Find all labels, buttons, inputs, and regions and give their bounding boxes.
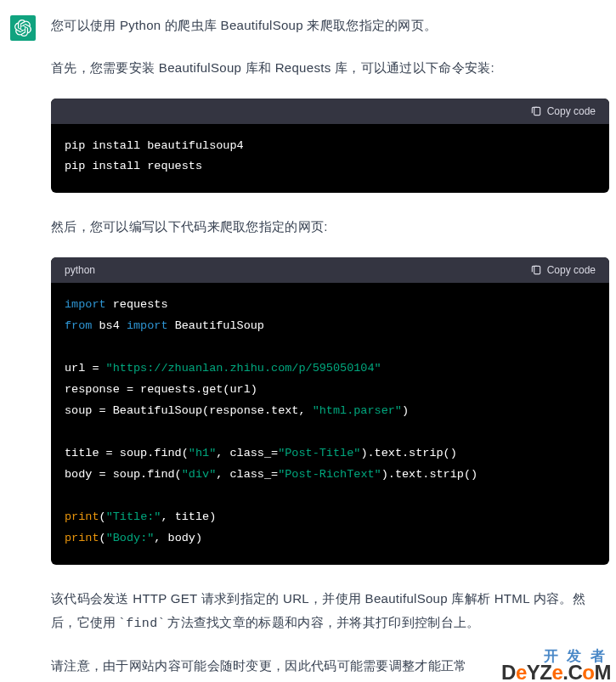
clipboard-icon xyxy=(530,105,542,117)
assistant-avatar xyxy=(10,15,36,41)
code-body[interactable]: pip install beautifulsoup4 pip install r… xyxy=(51,124,609,194)
code-body[interactable]: import requests from bs4 import Beautifu… xyxy=(51,283,609,565)
explanation-paragraph: 该代码会发送 HTTP GET 请求到指定的 URL，并使用 Beautiful… xyxy=(51,587,609,636)
code-language-label: python xyxy=(65,264,95,276)
code-header: Copy code xyxy=(51,99,609,124)
copy-code-label: Copy code xyxy=(547,105,596,117)
note-paragraph: 请注意，由于网站内容可能会随时变更，因此代码可能需要调整才能正常 xyxy=(51,654,609,678)
message-content: 您可以使用 Python 的爬虫库 BeautifulSoup 来爬取您指定的网… xyxy=(51,14,609,678)
copy-code-button[interactable]: Copy code xyxy=(530,264,596,276)
install-intro-paragraph: 首先，您需要安装 BeautifulSoup 库和 Requests 库，可以通… xyxy=(51,56,609,80)
svg-rect-1 xyxy=(534,267,540,274)
code-block-install: Copy code pip install beautifulsoup4 pip… xyxy=(51,99,609,194)
clipboard-icon xyxy=(530,264,542,276)
intro-paragraph: 您可以使用 Python 的爬虫库 BeautifulSoup 来爬取您指定的网… xyxy=(51,14,609,37)
copy-code-button[interactable]: Copy code xyxy=(530,105,596,117)
inline-code: find xyxy=(124,617,159,631)
code-intro-paragraph: 然后，您可以编写以下代码来爬取您指定的网页: xyxy=(51,215,609,239)
svg-rect-0 xyxy=(534,107,540,115)
code-block-python: python Copy code import requests from bs… xyxy=(51,257,609,565)
copy-code-label: Copy code xyxy=(547,264,596,276)
code-header: python Copy code xyxy=(51,257,609,283)
message-container: 您可以使用 Python 的爬虫库 BeautifulSoup 来爬取您指定的网… xyxy=(0,0,616,682)
openai-logo-icon xyxy=(14,20,31,37)
